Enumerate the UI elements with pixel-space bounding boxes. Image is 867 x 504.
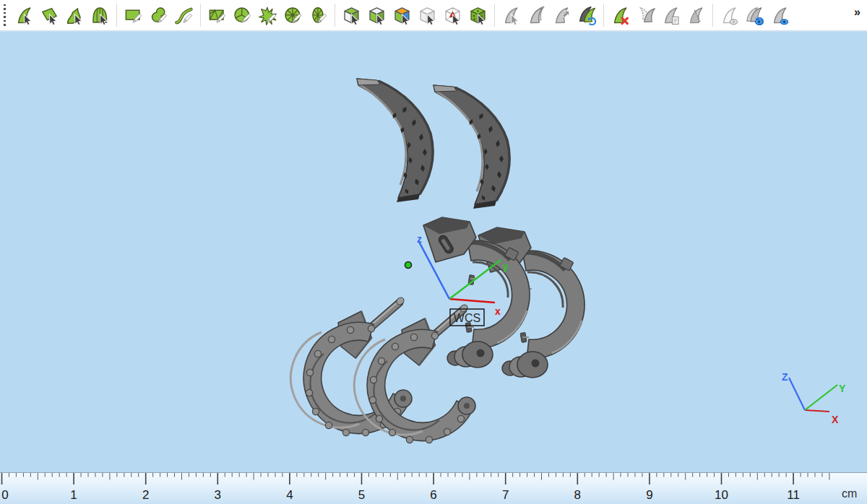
wcs-z-label: z xyxy=(417,233,422,245)
toolbar-separator xyxy=(116,4,117,27)
ruler-number: 1 xyxy=(70,488,77,502)
ribbon-cursor-icon[interactable] xyxy=(64,3,86,27)
curved-blade-left[interactable] xyxy=(357,79,433,202)
ruler-number: 6 xyxy=(430,488,436,502)
curve-pen-icon[interactable] xyxy=(173,3,195,27)
arrow-copy-document-icon[interactable] xyxy=(660,3,682,27)
cube-holes-cursor-icon[interactable] xyxy=(467,3,489,27)
wcs-x-label: x xyxy=(495,305,501,317)
radial-ellipse-pen-icon[interactable] xyxy=(308,3,329,27)
pie-circle-pen-icon[interactable] xyxy=(232,3,254,27)
arrow-double-icon[interactable] xyxy=(526,3,548,27)
view-x-label: X xyxy=(832,414,839,425)
mesh-rect-pen-icon[interactable] xyxy=(207,3,228,27)
arrow-fold-dashed-icon[interactable] xyxy=(686,3,707,27)
arrow-eye-refresh-icon[interactable] xyxy=(744,3,766,27)
ruler-number: 10 xyxy=(715,488,728,502)
arrow-delete-red-x-icon[interactable] xyxy=(610,3,631,27)
ruler-number: 5 xyxy=(358,488,365,502)
cube-green-top-cursor-icon[interactable] xyxy=(341,3,363,27)
arrow-eye-visible-icon[interactable] xyxy=(769,3,791,27)
ruler-number: 3 xyxy=(215,488,221,502)
ruler-number: 8 xyxy=(574,488,581,502)
ruler-number: 9 xyxy=(646,488,652,502)
view-orientation-triad: X Y Z xyxy=(782,371,846,425)
cube-colored-cursor-icon[interactable] xyxy=(392,3,413,27)
ruler-unit-label: cm xyxy=(842,487,857,500)
rectangle-pen-icon[interactable] xyxy=(123,3,144,27)
arrow-gray-cursor-icon[interactable] xyxy=(501,3,522,27)
quad-cursor-icon[interactable] xyxy=(39,3,61,27)
arrow-mirror-dashed-icon[interactable] xyxy=(635,3,657,27)
arrow-swap-refresh-icon[interactable] xyxy=(577,3,598,27)
measurement-ruler: 01234567891011cm xyxy=(0,472,867,504)
radial-circle-pen-icon[interactable] xyxy=(282,3,304,27)
shell-cursor-icon[interactable] xyxy=(90,3,111,27)
triangle-cursor-icon[interactable] xyxy=(14,3,35,27)
pinwheel-pen-icon[interactable] xyxy=(257,3,279,27)
toolbar-separator xyxy=(712,4,713,27)
toolbar-separator xyxy=(335,4,335,27)
view-z-label: Z xyxy=(782,371,788,383)
toolbar-overflow-chevron-icon[interactable]: » xyxy=(854,6,860,19)
blob-pen-icon[interactable] xyxy=(148,3,170,27)
ruler-number: 2 xyxy=(142,488,149,502)
toolbar-icons xyxy=(12,3,793,27)
origin-point-dot xyxy=(405,262,412,269)
arrow-move-ne-icon[interactable] xyxy=(551,3,573,27)
view-y-label: Y xyxy=(839,383,846,394)
cube-white-top-cursor-icon[interactable] xyxy=(366,3,388,27)
arrow-eye-hidden-icon[interactable] xyxy=(719,3,741,27)
toolbar-separator xyxy=(494,4,495,27)
wcs-label-box: WCS xyxy=(450,309,484,326)
wcs-label: WCS xyxy=(454,312,480,324)
cube-probe-cursor-icon[interactable] xyxy=(442,3,464,27)
toolbar-separator xyxy=(603,4,604,27)
toolbar-separator xyxy=(200,4,201,27)
ruler-number: 0 xyxy=(1,488,8,502)
cube-gray-cursor-icon[interactable] xyxy=(417,3,439,27)
viewport[interactable]: x y z WCS X Y Z xyxy=(0,32,867,472)
ruler-number: 7 xyxy=(502,488,509,502)
main-toolbar: » xyxy=(0,0,867,32)
toolbar-drag-handle[interactable] xyxy=(4,4,6,26)
curved-blade-right[interactable] xyxy=(434,85,509,209)
ruler-number: 4 xyxy=(286,488,293,502)
wcs-y-label: y xyxy=(503,261,509,272)
ruler-number: 11 xyxy=(787,488,800,502)
